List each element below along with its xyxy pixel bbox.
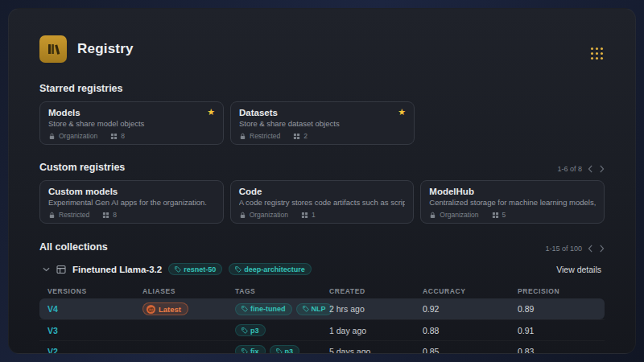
col-aliases: ALIASES <box>142 287 235 295</box>
page-title: Registry <box>77 41 134 57</box>
version-tag[interactable]: p3 <box>270 345 300 354</box>
page-header: Registry <box>39 9 605 63</box>
custom-pagination: 1-6 of 8 <box>557 165 582 173</box>
collection-group-row: Finetuned Llama-3.2 resnet-50 deep-archi… <box>39 263 605 275</box>
registry-app-icon <box>39 35 67 63</box>
tag-label: resnet-50 <box>184 265 216 274</box>
alias-badge-latest[interactable]: @ Latest <box>142 302 188 315</box>
tag-icon <box>235 266 242 273</box>
star-icon[interactable]: ★ <box>207 108 215 117</box>
col-versions: VERSIONS <box>47 287 142 295</box>
version-tag[interactable]: NLP <box>296 303 332 315</box>
col-created: CREATED <box>329 287 423 295</box>
version-tag[interactable]: fix <box>235 345 266 354</box>
chevron-down-icon[interactable] <box>43 267 50 272</box>
registry-panel: Registry Starred registries Models ★ Sto… <box>8 8 636 354</box>
collections-pagination: 1-15 of 100 <box>545 245 582 253</box>
table-row[interactable]: V2 fix p3 5 days ago 0.85 0.83 <box>39 340 605 354</box>
collection-name[interactable]: Finetuned Llama-3.2 <box>72 265 162 274</box>
starred-section-title: Starred registries <box>39 83 123 94</box>
card-description: Store & share dataset objects <box>239 119 406 128</box>
created-cell: 2 hrs ago <box>329 304 423 314</box>
table-row[interactable]: V3 p3 1 day ago 0.88 0.91 <box>39 319 605 340</box>
tag-label: p3 <box>285 348 294 355</box>
card-title: Models <box>48 108 80 117</box>
tag-icon <box>242 348 248 355</box>
collection-icon <box>56 265 66 274</box>
card-description: Experimental Gen AI apps for the organiz… <box>48 198 215 207</box>
card-visibility: Organization <box>59 132 97 140</box>
version-tag[interactable]: fine-tuned <box>235 303 292 315</box>
version-link[interactable]: V4 <box>47 304 142 314</box>
card-title: Custom models <box>48 187 118 196</box>
registry-card-custom-models[interactable]: Custom models Experimental Gen AI apps f… <box>39 180 224 224</box>
tag-icon <box>242 327 248 334</box>
registry-card-code[interactable]: Code A code registry stores code artifac… <box>230 180 415 224</box>
registry-card-modelhub[interactable]: ModelHub Centralized storage for machine… <box>420 180 605 224</box>
accuracy-cell: 0.85 <box>423 347 518 355</box>
card-title: Datasets <box>239 108 278 117</box>
at-icon: @ <box>147 305 155 314</box>
alias-label: Latest <box>159 305 181 314</box>
lock-icon <box>239 133 246 140</box>
table-header-row: VERSIONS ALIASES TAGS CREATED ACCURACY P… <box>39 284 605 298</box>
lock-icon <box>429 212 436 219</box>
registry-card-models[interactable]: Models ★ Store & share model objects Org… <box>39 101 224 145</box>
precision-cell: 0.91 <box>518 326 597 335</box>
lock-icon <box>48 133 56 140</box>
card-visibility: Restricted <box>250 132 280 140</box>
tag-label: fine-tuned <box>250 305 286 313</box>
accuracy-cell: 0.92 <box>423 304 518 314</box>
col-accuracy: ACCURACY <box>423 287 518 295</box>
view-details-link[interactable]: View details <box>556 265 601 274</box>
version-link[interactable]: V2 <box>47 347 142 355</box>
card-count: 1 <box>312 211 316 219</box>
card-title: Code <box>239 187 262 196</box>
dots-grid-menu-icon[interactable] <box>591 47 603 60</box>
card-description: Centralized storage for machine learning… <box>429 198 596 207</box>
precision-cell: 0.89 <box>518 304 597 314</box>
tag-label: p3 <box>250 327 259 335</box>
card-description: Store & share model objects <box>48 119 215 128</box>
precision-cell: 0.83 <box>518 347 597 355</box>
books-icon <box>46 42 60 56</box>
grid-icon <box>492 212 499 219</box>
tag-icon <box>175 266 181 273</box>
card-count: 8 <box>121 132 125 140</box>
tag-icon <box>276 348 283 355</box>
created-cell: 5 days ago <box>329 347 423 355</box>
registry-card-datasets[interactable]: Datasets ★ Store & share dataset objects… <box>230 101 415 145</box>
collection-tag[interactable]: deep-architecture <box>229 263 312 275</box>
card-visibility: Restricted <box>59 211 89 219</box>
chevron-right-icon[interactable] <box>599 165 605 173</box>
lock-icon <box>48 212 56 219</box>
grid-icon <box>110 133 118 140</box>
collection-tag[interactable]: resnet-50 <box>168 263 222 275</box>
chevron-left-icon[interactable] <box>588 245 593 253</box>
card-visibility: Organization <box>440 211 478 219</box>
created-cell: 1 day ago <box>329 326 423 335</box>
chevron-right-icon[interactable] <box>599 245 605 253</box>
tag-label: fix <box>250 348 259 355</box>
star-icon[interactable]: ★ <box>398 108 406 117</box>
tag-label: NLP <box>312 305 326 313</box>
grid-icon <box>293 133 300 140</box>
accuracy-cell: 0.88 <box>423 326 518 335</box>
col-tags: TAGS <box>235 287 329 295</box>
grid-icon <box>301 212 308 219</box>
grid-icon <box>102 212 109 219</box>
custom-section-title: Custom registries <box>39 162 125 173</box>
chevron-left-icon[interactable] <box>588 165 593 173</box>
tag-icon <box>303 306 309 312</box>
card-title: ModelHub <box>429 187 474 196</box>
version-tag[interactable]: p3 <box>235 324 266 336</box>
card-count: 8 <box>113 211 117 219</box>
col-precision: PRECISION <box>518 287 597 295</box>
version-link[interactable]: V3 <box>47 326 142 335</box>
card-description: A code registry stores code artifacts su… <box>239 198 406 207</box>
table-row[interactable]: V4 @ Latest fine-tuned NLP <box>39 298 605 319</box>
card-count: 2 <box>303 132 308 140</box>
card-count: 5 <box>502 211 506 219</box>
card-visibility: Organization <box>250 211 288 219</box>
versions-table: VERSIONS ALIASES TAGS CREATED ACCURACY P… <box>39 284 605 354</box>
